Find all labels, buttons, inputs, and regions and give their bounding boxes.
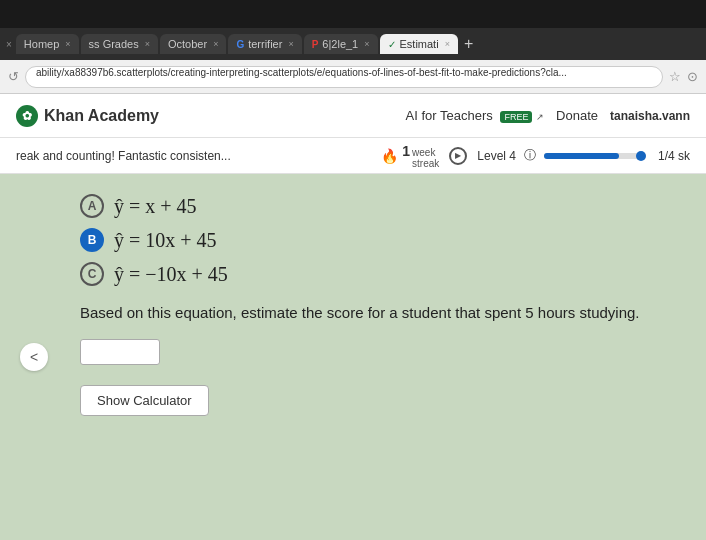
tab-p6[interactable]: P 6|2le_1 × — [304, 34, 378, 54]
option-row-a[interactable]: A ŷ = x + 45 — [80, 194, 666, 218]
option-circle-c[interactable]: C — [80, 262, 104, 286]
khan-logo[interactable]: ✿ Khan Academy — [16, 105, 159, 127]
donate-link[interactable]: Donate — [556, 108, 598, 123]
question-count: 1/4 sk — [658, 149, 690, 163]
khan-nav: ✿ Khan Academy AI for Teachers FREE ↗ Do… — [0, 94, 706, 138]
tab-p6-label: 6|2le_1 — [322, 38, 358, 50]
option-text-b: ŷ = 10x + 45 — [114, 229, 217, 252]
tab-terrifier[interactable]: G terrifier × — [228, 34, 301, 54]
level-info-icon: ⓘ — [524, 147, 536, 164]
option-circle-a[interactable]: A — [80, 194, 104, 218]
level-progress-bar — [544, 153, 644, 159]
option-label-b: B — [88, 233, 97, 247]
streak-label-block: week streak — [412, 147, 439, 169]
question-prompt: Based on this equation, estimate the sco… — [80, 302, 666, 325]
streak-number: 1 — [402, 143, 410, 159]
show-calculator-button[interactable]: Show Calculator — [80, 385, 209, 416]
tab-estimati[interactable]: ✓ Estimati × — [380, 34, 458, 54]
option-circle-b[interactable]: B — [80, 228, 104, 252]
option-label-c: C — [88, 267, 97, 281]
option-row-c[interactable]: C ŷ = −10x + 45 — [80, 262, 666, 286]
tab-estimati-close[interactable]: × — [445, 39, 450, 49]
refresh-icon[interactable]: ↺ — [8, 69, 19, 84]
tab-estimati-favicon: ✓ — [388, 39, 396, 50]
tab-bar: × Homep × ss Grades × October × G terrif… — [0, 28, 706, 60]
tab-grades[interactable]: ss Grades × — [81, 34, 158, 54]
level-section: Level 4 ⓘ 1/4 sk — [477, 147, 690, 164]
external-link-icon: ↗ — [536, 112, 544, 122]
tab-homep-close[interactable]: × — [65, 39, 70, 49]
tab-october[interactable]: October × — [160, 34, 226, 54]
tab-grades-close[interactable]: × — [145, 39, 150, 49]
answer-input[interactable] — [80, 339, 160, 365]
tab-estimati-label: Estimati — [400, 38, 439, 50]
option-text-c: ŷ = −10x + 45 — [114, 263, 228, 286]
tab-october-label: October — [168, 38, 207, 50]
options-list: A ŷ = x + 45 B ŷ = 10x + 45 C ŷ = −10x +… — [80, 194, 666, 286]
left-arrow-button[interactable]: < — [20, 343, 48, 371]
close-icon-1[interactable]: × — [6, 39, 12, 50]
option-text-a: ŷ = x + 45 — [114, 195, 197, 218]
tab-p6-close[interactable]: × — [364, 39, 369, 49]
option-label-a: A — [88, 199, 97, 213]
level-dot — [636, 151, 646, 161]
new-tab-button[interactable]: + — [464, 35, 473, 53]
tab-terrifier-label: terrifier — [248, 38, 282, 50]
khan-logo-text: Khan Academy — [44, 107, 159, 125]
level-text: Level 4 — [477, 149, 516, 163]
tab-grades-label: ss Grades — [89, 38, 139, 50]
streak-number-block: 1 week streak — [402, 143, 439, 169]
tab-terrifier-favicon: G — [236, 39, 244, 50]
ai-teachers-label: AI for Teachers — [406, 108, 493, 123]
fire-icon: 🔥 — [381, 148, 398, 164]
streak-text: reak and counting! Fantastic consisten..… — [16, 149, 371, 163]
play-button[interactable]: ▶ — [449, 147, 467, 165]
tab-october-close[interactable]: × — [213, 39, 218, 49]
option-row-b[interactable]: B ŷ = 10x + 45 — [80, 228, 666, 252]
tab-p6-favicon: P — [312, 39, 319, 50]
khan-leaf-icon: ✿ — [16, 105, 38, 127]
user-name[interactable]: tanaisha.vann — [610, 109, 690, 123]
address-input[interactable]: ability/xa88397b6.scatterplots/creating-… — [25, 66, 663, 88]
bookmark-icon[interactable]: ☆ — [669, 69, 681, 84]
streak-counter: 🔥 1 week streak — [381, 143, 439, 169]
address-bar: ↺ ability/xa88397b6.scatterplots/creatin… — [0, 60, 706, 94]
free-badge: FREE — [500, 111, 532, 123]
streak-bar: reak and counting! Fantastic consisten..… — [0, 138, 706, 174]
tab-homep[interactable]: Homep × — [16, 34, 79, 54]
top-browser-bar — [0, 0, 706, 28]
ai-teachers-link[interactable]: AI for Teachers FREE ↗ — [406, 108, 544, 123]
level-bar-fill — [544, 153, 619, 159]
main-content: < A ŷ = x + 45 B ŷ = 10x + 45 C ŷ = −10x… — [0, 174, 706, 540]
tab-terrifier-close[interactable]: × — [288, 39, 293, 49]
extension-icon[interactable]: ⊙ — [687, 69, 698, 84]
tab-homep-label: Homep — [24, 38, 59, 50]
